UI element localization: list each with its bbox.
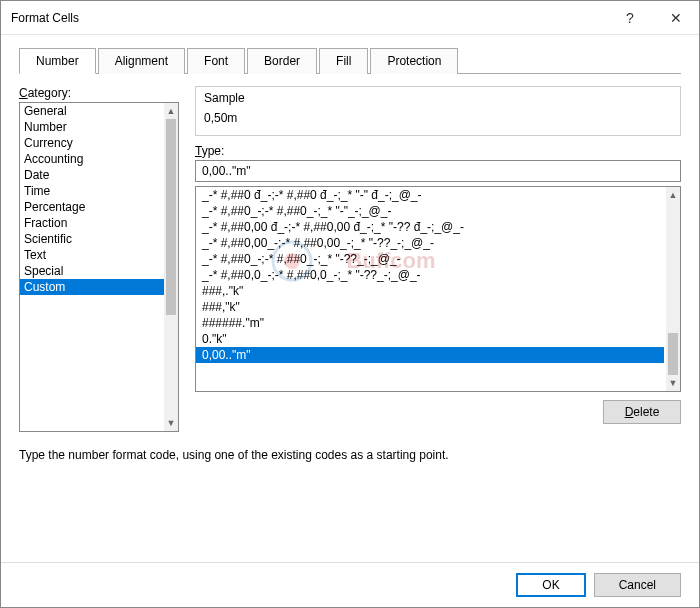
- cancel-button[interactable]: Cancel: [594, 573, 681, 597]
- help-icon: ?: [626, 10, 634, 26]
- tab-alignment[interactable]: Alignment: [98, 48, 185, 74]
- format-cells-dialog: Format Cells ? ✕ Number Alignment Font B…: [0, 0, 700, 608]
- type-input[interactable]: [195, 160, 681, 182]
- close-icon: ✕: [670, 10, 682, 26]
- list-item[interactable]: _-* #,##0_-;-* #,##0_-;_* "-??_-;_@_-: [196, 251, 664, 267]
- tab-protection[interactable]: Protection: [370, 48, 458, 74]
- tabstrip: Number Alignment Font Border Fill Protec…: [19, 47, 681, 74]
- list-item[interactable]: ###,."k": [196, 283, 664, 299]
- list-item[interactable]: _-* #,##0,00_-;-* #,##0,00_-;_* "-??_-;_…: [196, 235, 664, 251]
- list-item[interactable]: Percentage: [20, 199, 164, 215]
- scroll-thumb[interactable]: [166, 119, 176, 315]
- list-item[interactable]: Accounting: [20, 151, 164, 167]
- delete-row: Delete: [195, 400, 681, 424]
- scroll-thumb[interactable]: [668, 333, 678, 375]
- tab-fill[interactable]: Fill: [319, 48, 368, 74]
- tab-font[interactable]: Font: [187, 48, 245, 74]
- list-item[interactable]: Fraction: [20, 215, 164, 231]
- category-label: Category:: [19, 86, 179, 100]
- number-panel: Category: GeneralNumberCurrencyAccountin…: [19, 74, 681, 562]
- type-label: Type:: [195, 144, 681, 158]
- list-item[interactable]: Date: [20, 167, 164, 183]
- details-column: Sample 0,50m Type: _-* #,##0 đ_-;-* #,##…: [195, 86, 681, 432]
- close-button[interactable]: ✕: [653, 1, 699, 35]
- list-item[interactable]: 0."k": [196, 331, 664, 347]
- category-list-items: GeneralNumberCurrencyAccountingDateTimeP…: [20, 103, 164, 431]
- list-item[interactable]: Scientific: [20, 231, 164, 247]
- category-column: Category: GeneralNumberCurrencyAccountin…: [19, 86, 179, 432]
- format-code-listbox[interactable]: _-* #,##0 đ_-;-* #,##0 đ_-;_* "-" đ_-;_@…: [195, 186, 681, 392]
- sample-label: Sample: [204, 91, 672, 105]
- scroll-track[interactable]: [164, 119, 178, 415]
- list-item[interactable]: Text: [20, 247, 164, 263]
- list-item[interactable]: 0,00.."m": [196, 347, 664, 363]
- list-item[interactable]: Special: [20, 263, 164, 279]
- delete-button[interactable]: Delete: [603, 400, 681, 424]
- category-scrollbar[interactable]: ▲ ▼: [164, 103, 178, 431]
- list-item[interactable]: _-* #,##0_-;-* #,##0_-;_* "-"_-;_@_-: [196, 203, 664, 219]
- list-item[interactable]: _-* #,##0,0_-;-* #,##0,0_-;_* "-??_-;_@_…: [196, 267, 664, 283]
- list-item[interactable]: Time: [20, 183, 164, 199]
- sample-group: Sample 0,50m: [195, 86, 681, 136]
- ok-button[interactable]: OK: [516, 573, 585, 597]
- scroll-up-icon[interactable]: ▲: [164, 103, 178, 119]
- upper-row: Category: GeneralNumberCurrencyAccountin…: [19, 86, 681, 432]
- help-text: Type the number format code, using one o…: [19, 448, 681, 462]
- window-title: Format Cells: [11, 11, 607, 25]
- list-item[interactable]: Number: [20, 119, 164, 135]
- format-scrollbar[interactable]: ▲ ▼: [666, 187, 680, 391]
- client-area: Number Alignment Font Border Fill Protec…: [1, 35, 699, 562]
- list-item[interactable]: _-* #,##0 đ_-;-* #,##0 đ_-;_* "-" đ_-;_@…: [196, 187, 664, 203]
- scroll-down-icon[interactable]: ▼: [164, 415, 178, 431]
- help-button[interactable]: ?: [607, 1, 653, 35]
- scroll-up-icon[interactable]: ▲: [666, 187, 680, 203]
- list-item[interactable]: Custom: [20, 279, 164, 295]
- tab-number[interactable]: Number: [19, 48, 96, 74]
- category-listbox[interactable]: GeneralNumberCurrencyAccountingDateTimeP…: [19, 102, 179, 432]
- scroll-down-icon[interactable]: ▼: [666, 375, 680, 391]
- scroll-track[interactable]: [666, 203, 680, 375]
- tab-border[interactable]: Border: [247, 48, 317, 74]
- format-list-items: _-* #,##0 đ_-;-* #,##0 đ_-;_* "-" đ_-;_@…: [196, 187, 664, 391]
- list-item[interactable]: Currency: [20, 135, 164, 151]
- list-item[interactable]: _-* #,##0,00 đ_-;-* #,##0,00 đ_-;_* "-??…: [196, 219, 664, 235]
- list-item[interactable]: ######."m": [196, 315, 664, 331]
- list-item[interactable]: General: [20, 103, 164, 119]
- dialog-button-bar: OK Cancel: [1, 562, 699, 607]
- list-item[interactable]: ###,"k": [196, 299, 664, 315]
- titlebar: Format Cells ? ✕: [1, 1, 699, 35]
- sample-value: 0,50m: [204, 109, 672, 127]
